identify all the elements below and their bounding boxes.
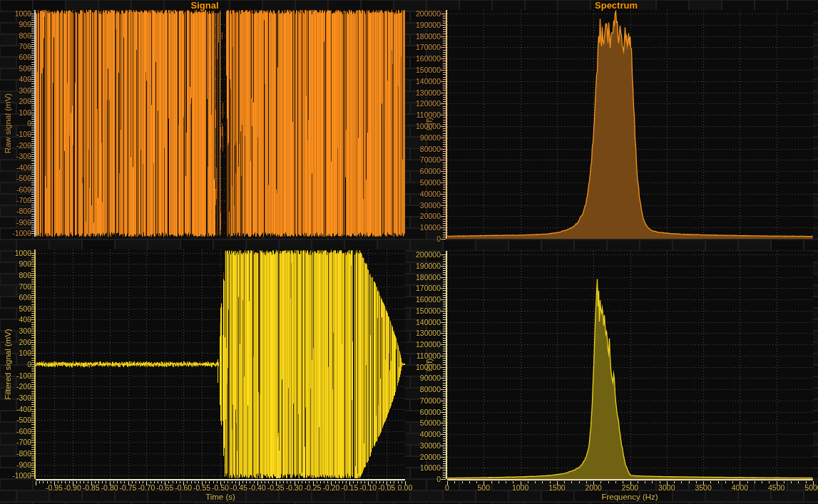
tick-label: 200000 — [416, 250, 441, 259]
tick-label: 4000 — [732, 483, 748, 492]
tick-label: 200 — [19, 97, 31, 106]
tick-label: -0.25 — [305, 483, 322, 492]
tick-label: -0.95 — [46, 483, 63, 492]
tick-label: 50000 — [420, 418, 441, 427]
tick-label: -200 — [16, 382, 31, 391]
tick-label: 600 — [19, 53, 31, 61]
tick-label: 0 — [436, 235, 441, 243]
tick-label: 400 — [19, 75, 31, 83]
tick-label: 1500 — [548, 483, 565, 492]
spectrum-title: Spectrum — [595, 0, 638, 11]
tick-label: 200 — [19, 338, 31, 346]
tick-label: 500 — [19, 304, 31, 313]
tick-label: 130000 — [416, 329, 441, 337]
tick-label: 110000 — [416, 110, 441, 119]
tick-label: 900 — [19, 20, 31, 29]
tick-label: 170000 — [416, 284, 441, 292]
tick-label: -0.90 — [64, 483, 81, 492]
raw-signal-y-axis-label: Raw signal (mV) — [4, 93, 12, 153]
tick-label: 70000 — [420, 155, 441, 164]
tick-label: -400 — [16, 405, 31, 413]
tick-label: -0.80 — [101, 483, 118, 492]
tick-label: 140000 — [416, 77, 441, 86]
tick-label: 700 — [19, 282, 31, 291]
tick-label: 10000 — [420, 463, 441, 472]
tick-label: -1000 — [12, 471, 31, 480]
tick-label: 300 — [19, 86, 31, 95]
tick-label: -500 — [16, 416, 31, 424]
tick-label: -300 — [16, 394, 31, 402]
tick-label: -0.20 — [322, 483, 339, 492]
tick-label: 4500 — [768, 483, 784, 492]
filtered-signal-graph[interactable] — [36, 250, 405, 479]
tick-label: -700 — [16, 196, 31, 205]
tick-label: -300 — [16, 152, 31, 160]
tick-label: 150000 — [416, 66, 441, 74]
raw-signal-graph[interactable] — [36, 10, 405, 237]
tick-label: 40000 — [420, 430, 441, 438]
tick-label: 0 — [445, 483, 449, 492]
tick-label: 300 — [19, 326, 31, 335]
tick-label: 100 — [19, 108, 31, 117]
tick-label: 110000 — [416, 351, 441, 360]
tick-label: -0.85 — [83, 483, 100, 492]
tick-label: 200000 — [416, 9, 441, 18]
tick-label: -800 — [16, 207, 31, 215]
tick-label: 3000 — [658, 483, 675, 492]
tick-label: -900 — [16, 218, 31, 227]
tick-label: 30000 — [420, 201, 441, 210]
tick-label: -0.50 — [212, 483, 229, 492]
tick-label: -0.40 — [249, 483, 266, 492]
tick-label: 0 — [27, 360, 31, 369]
tick-label: 400 — [19, 315, 31, 324]
tick-label: 140000 — [416, 318, 441, 326]
tick-label: 20000 — [420, 212, 441, 220]
tick-label: 180000 — [416, 273, 441, 282]
tick-label: 2000 — [586, 483, 602, 492]
tick-label: 70000 — [420, 396, 441, 405]
tick-label: 100 — [19, 349, 31, 357]
tick-label: -500 — [16, 174, 31, 182]
tick-label: -100 — [16, 130, 31, 138]
tick-label: 120000 — [416, 340, 441, 349]
raw-spectrum-graph[interactable] — [447, 10, 813, 239]
tick-label: 30000 — [420, 441, 441, 450]
tick-label: 190000 — [416, 262, 441, 270]
tick-label: 2500 — [622, 483, 638, 492]
tick-label: 1000 — [15, 9, 31, 18]
tick-label: 180000 — [416, 32, 441, 41]
tick-label: 40000 — [420, 190, 441, 198]
tick-label: 5000 — [804, 483, 818, 492]
tick-label: 500 — [478, 483, 491, 492]
tick-label: 190000 — [416, 21, 441, 29]
tick-label: 160000 — [416, 295, 441, 304]
tick-label: 50000 — [420, 178, 441, 187]
tick-label: 120000 — [416, 99, 441, 108]
tick-label: 160000 — [416, 54, 441, 63]
tick-label: -0.35 — [267, 483, 285, 492]
tick-label: -600 — [16, 427, 31, 436]
filtered-spectrum-graph[interactable] — [447, 251, 813, 479]
tick-label: 3500 — [695, 483, 711, 492]
tick-label: 900 — [19, 259, 31, 268]
tick-label: -900 — [16, 461, 31, 469]
tick-label: -0.75 — [120, 483, 137, 492]
tick-label: 1000 — [512, 483, 528, 492]
tick-label: 800 — [19, 31, 31, 40]
tick-label: 500 — [19, 64, 31, 73]
filtered-signal-y-axis-label: Filtered signal (mV) — [4, 329, 12, 400]
signal-title: Signal — [190, 0, 218, 11]
tick-label: 150000 — [416, 307, 441, 315]
tick-label: 80000 — [420, 385, 441, 394]
tick-label: -0.30 — [286, 483, 303, 492]
signal-analysis-panel: Signal Spectrum Raw signal (mV) Filtered… — [0, 0, 818, 504]
tick-label: 90000 — [420, 133, 441, 142]
tick-label: 100000 — [416, 122, 441, 130]
time-axis-label: Time (s) — [205, 493, 235, 501]
tick-label: -0.65 — [156, 483, 173, 492]
tick-label: 10000 — [420, 223, 441, 232]
tick-label: -700 — [16, 438, 31, 446]
tick-label: -0.70 — [138, 483, 155, 492]
tick-label: -0.45 — [230, 483, 247, 492]
tick-label: -1000 — [12, 229, 31, 237]
